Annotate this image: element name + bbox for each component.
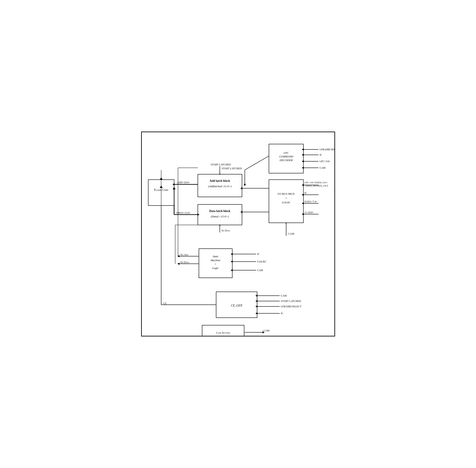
svg-text:DBUS<15:0>: DBUS<15:0> [176, 211, 191, 214]
svg-line-16 [245, 156, 269, 170]
svg-text:LFRAME/SELECT: LFRAME/SELECT [320, 148, 335, 151]
svg-marker-124 [160, 177, 163, 180]
svg-marker-67 [240, 211, 242, 213]
svg-text:+: + [285, 196, 287, 200]
svg-marker-38 [173, 187, 176, 189]
svg-text:CAM: CAM [320, 166, 326, 169]
svg-rect-96 [216, 292, 257, 318]
svg-marker-35 [197, 214, 199, 216]
svg-marker-8 [302, 154, 304, 156]
svg-marker-81 [231, 261, 233, 263]
svg-text:CAM: CAM [288, 232, 294, 235]
svg-rect-110 [202, 325, 244, 336]
svg-rect-0 [269, 144, 303, 173]
svg-text:CE: CE [163, 302, 167, 305]
svg-marker-56 [302, 213, 304, 215]
svg-marker-113 [263, 331, 265, 333]
diagram-container: LPC COMMAND DECODER LFRAME/SELECT IC LPC… [141, 132, 335, 336]
svg-marker-119 [219, 174, 221, 174]
svg-text:En Data: En Data [222, 229, 230, 232]
svg-rect-41 [269, 180, 303, 223]
svg-text:(DataL<15:0>): (DataL<15:0>) [211, 215, 229, 218]
svg-marker-62 [285, 223, 287, 223]
svg-marker-46 [302, 184, 304, 186]
svg-marker-14 [302, 167, 304, 169]
svg-marker-125 [160, 186, 163, 188]
svg-text:En Add: En Add [181, 253, 188, 256]
svg-text:CLK/RC: CLK/RC [257, 260, 266, 263]
svg-text:START LATCHED: START LATCHED [281, 300, 301, 303]
svg-marker-5 [302, 148, 304, 150]
svg-text:LPC<3:0>/DATA<3:0>/: LPC<3:0>/DATA<3:0>/ [305, 181, 328, 184]
svg-text:Data latch block: Data latch block [209, 209, 230, 213]
svg-marker-105 [255, 305, 257, 307]
svg-text:LPC: LPC [283, 151, 289, 154]
svg-rect-25 [198, 205, 242, 225]
svg-marker-50 [302, 194, 304, 196]
svg-text:LFRAME/SELECT: LFRAME/SELECT [281, 305, 302, 308]
svg-marker-11 [302, 160, 304, 162]
svg-marker-70 [219, 225, 221, 225]
svg-marker-29 [219, 174, 221, 174]
svg-rect-72 [199, 249, 232, 278]
svg-text:IC: IC [320, 153, 322, 156]
svg-rect-22 [198, 174, 242, 197]
svg-text:CAM: CAM [257, 269, 263, 272]
svg-marker-59 [285, 223, 287, 223]
svg-marker-18 [244, 184, 246, 186]
svg-text:COMMAND: COMMAND [279, 155, 293, 158]
svg-text:Machine: Machine [210, 259, 220, 262]
svg-text:Cam Setting: Cam Setting [216, 331, 230, 334]
svg-text:En Data: En Data [181, 261, 189, 264]
svg-text:CAM: CAM [281, 294, 287, 297]
svg-text:START LATCHED: START LATCHED [222, 167, 242, 170]
svg-marker-90 [177, 263, 180, 265]
svg-text:IC: IC [257, 252, 260, 256]
svg-text:LPC<3:0>: LPC<3:0> [320, 160, 331, 163]
svg-text:A<10:0>: A<10:0> [305, 211, 314, 214]
svg-marker-53 [302, 202, 304, 205]
svg-text:Add latch block: Add latch block [210, 179, 230, 182]
svg-text:State: State [213, 255, 218, 258]
svg-marker-108 [255, 312, 257, 314]
svg-marker-84 [231, 269, 233, 271]
svg-text:DECODER: DECODER [279, 159, 293, 162]
svg-text:DATA_IN/DATA_OUT: DATA_IN/DATA_OUT [306, 184, 328, 187]
svg-text:CE_GEN: CE_GEN [231, 304, 242, 307]
svg-text:ADD<20:0>: ADD<20:0> [177, 181, 190, 184]
svg-text:CAM: CAM [264, 329, 270, 332]
svg-text:IC: IC [305, 191, 307, 194]
svg-marker-94 [217, 304, 219, 306]
svg-text:LOGIC: LOGIC [282, 201, 291, 204]
svg-marker-78 [231, 253, 233, 255]
svg-marker-87 [177, 255, 180, 257]
svg-text:+: + [214, 263, 216, 266]
svg-rect-20 [148, 180, 174, 205]
svg-marker-102 [255, 300, 257, 302]
arrows-svg: LPC COMMAND DECODER LFRAME/SELECT IC LPC… [142, 132, 335, 336]
svg-marker-32 [172, 183, 175, 186]
svg-text:Flash Core: Flash Core [154, 188, 168, 191]
svg-text:DATA<7:4>: DATA<7:4> [305, 200, 317, 203]
svg-marker-123 [219, 225, 221, 225]
svg-text:IC: IC [281, 312, 283, 315]
svg-text:(Addlatched<31:0>): (Addlatched<31:0>) [208, 185, 231, 188]
svg-text:I/O BUS MUX: I/O BUS MUX [278, 192, 295, 195]
svg-marker-65 [240, 187, 242, 189]
svg-text:Logic: Logic [212, 266, 219, 270]
svg-marker-99 [255, 295, 257, 297]
label-start-latched: START LATCHED [211, 163, 231, 166]
